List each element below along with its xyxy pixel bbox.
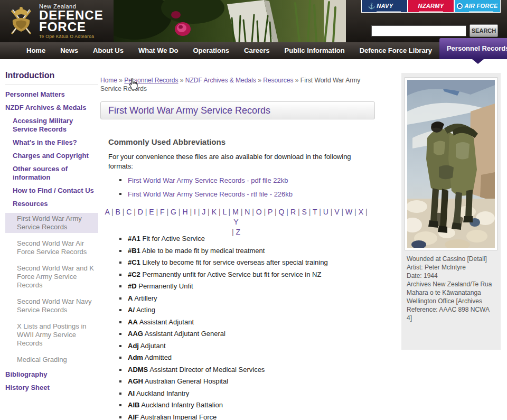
nav-item-about-us[interactable]: About Us (86, 42, 131, 59)
sidebar-title: Introduction (5, 71, 98, 85)
sidebar-item-second-world-war-navy-service-records[interactable]: Second World War Navy Service Records (5, 296, 98, 316)
sidebar-item-first-world-war-army-service-records[interactable]: First World War Army Service Records (5, 213, 98, 233)
sidebar-item-charges-and-copyright[interactable]: Charges and Copyright (5, 152, 98, 160)
sidebar-item-history-sheet[interactable]: History Sheet (5, 384, 98, 392)
az-separator: | (109, 208, 115, 216)
sidebar-item-medical-grading[interactable]: Medical Grading (5, 354, 98, 366)
az-letter-g[interactable]: G (171, 208, 176, 216)
caption-line: Reference: AAAC 898 NCWA 4] (407, 305, 495, 322)
abbreviations-list: #A1 Fit for Active Service#B1 Able to be… (119, 233, 328, 420)
download-link-file-226kb[interactable]: First World War Army Service Records - r… (128, 190, 293, 198)
az-letter-v[interactable]: V (334, 208, 339, 216)
search-button[interactable]: SEARCH (470, 24, 498, 37)
az-separator: | (176, 208, 182, 216)
az-separator: | (340, 208, 345, 216)
intro-paragraph: For your convenience these files are als… (108, 152, 356, 171)
az-letter-c[interactable]: C (126, 208, 132, 216)
abbreviation-b1: #B1 Able to be made fit by medical treat… (119, 245, 328, 257)
caption-line: Artist: Peter McIntyre (407, 263, 495, 272)
breadcrumb: Home » Personnel Records » NZDF Archives… (100, 76, 364, 93)
sidebar-item-resources[interactable]: Resources (5, 200, 98, 208)
main-nav: HomeNewsAbout UsWhat We DoOperationsCare… (0, 42, 507, 59)
az-letter-b[interactable]: B (115, 208, 120, 216)
abbreviation-ai: AI Auckland Infantry (119, 388, 328, 400)
download-link-df-file-22kb[interactable]: First World War Army Service Records - p… (128, 176, 288, 184)
sidebar-item-nzdf-archives-medals[interactable]: NZDF Archives & Medals (5, 104, 98, 112)
az-separator: | (250, 208, 256, 216)
az-letter-a[interactable]: A (105, 208, 109, 216)
nav-item-what-we-do[interactable]: What We Do (131, 42, 186, 59)
az-separator: | (317, 208, 323, 216)
az-letter-n[interactable]: N (245, 208, 250, 216)
az-letter-o[interactable]: O (256, 208, 262, 216)
nav-item-operations[interactable]: Operations (185, 42, 237, 59)
nav-item-public-information[interactable]: Public Information (277, 42, 352, 59)
sidebar-item-accessing-military-service-records[interactable]: Accessing Military Service Records (5, 117, 98, 134)
badge-air-force[interactable]: AIR FORCE (454, 0, 501, 13)
download-item: First World War Army Service Records - r… (119, 190, 293, 198)
nav-item-personnel-records[interactable]: Personnel Records (439, 38, 507, 59)
az-letter-r[interactable]: R (290, 208, 296, 216)
logo-line2: FORCE (39, 21, 104, 33)
az-separator: | (273, 208, 278, 216)
page-title: First World War Army Service Records (100, 101, 375, 119)
az-letter-l[interactable]: L (222, 208, 226, 216)
az-separator: | (205, 208, 211, 216)
sidebar-item-bibliography[interactable]: Bibliography (5, 370, 98, 379)
header-banner-photo (114, 0, 346, 42)
badge-navy[interactable]: ⚓NAVY (361, 0, 408, 13)
painting-frame (405, 77, 497, 250)
breadcrumb-home[interactable]: Home (100, 77, 117, 84)
az-letter-y[interactable]: Y (233, 218, 238, 226)
az-separator: | (262, 208, 268, 216)
nzdf-logo[interactable]: New Zealand DEFENCE FORCE Te Ope Kātua O… (7, 2, 113, 40)
nav-item-news[interactable]: News (53, 42, 86, 59)
az-separator: | (296, 208, 302, 216)
az-letter-s[interactable]: S (302, 208, 306, 216)
sidebar-item-personnel-matters[interactable]: Personnel Matters (5, 90, 98, 99)
sidebar-item-how-to-find-contact-us[interactable]: How to Find / Contact Us (5, 186, 98, 195)
az-separator: | (352, 208, 358, 216)
az-letter-h[interactable]: H (182, 208, 187, 216)
breadcrumb-resources[interactable]: Resources (263, 77, 293, 84)
nav-item-defence-force-library[interactable]: Defence Force Library (352, 42, 439, 59)
abbreviation-aif: AIF Australian Imperial Force (119, 412, 328, 420)
breadcrumb-nzdf-archives-medals[interactable]: NZDF Archives & Medals (185, 77, 256, 84)
search-input[interactable] (371, 25, 466, 36)
download-links-list: First World War Army Service Records - p… (119, 176, 293, 204)
painting-caption: Wounded at Cassino [Detail]Artist: Peter… (401, 250, 501, 322)
badge-nzarmy[interactable]: NZARMY (408, 0, 454, 13)
az-letter-x[interactable]: X (359, 208, 363, 216)
caption-line: Wellington Office [Archives (407, 297, 495, 305)
az-letter-f[interactable]: F (160, 208, 165, 216)
caption-line: Mahara o te Kāwanatanga (407, 288, 495, 297)
az-letter-u[interactable]: U (323, 208, 328, 216)
nzdf-crest-icon (7, 4, 35, 38)
az-separator: | (143, 208, 149, 216)
sidebar-item-x-lists-and-postings-in-wwii-army-service-records[interactable]: X Lists and Postings in WWII Army Servic… (5, 321, 98, 349)
az-letter-m[interactable]: M (232, 208, 239, 216)
breadcrumb-separator: » (294, 77, 301, 84)
sidebar-item-what-s-in-the-files[interactable]: What’s in the Files? (5, 138, 98, 147)
abbreviation-c1: #C1 Likely to become fit for service ove… (119, 257, 328, 269)
az-separator: | (239, 208, 245, 216)
az-letter-q[interactable]: Q (279, 208, 285, 216)
sidebar-item-other-sources-of-information[interactable]: Other sources of information (5, 165, 98, 182)
logo-tagline: Te Ope Kātua O Aotearoa (39, 34, 104, 39)
sidebar-item-second-world-war-and-k-force-army-service-records[interactable]: Second World War and K Force Army Servic… (5, 263, 98, 291)
az-letter-d[interactable]: D (138, 208, 143, 216)
az-letter-k[interactable]: K (212, 208, 217, 216)
abbreviation-aag: AAG Assistant Adjutant General (119, 328, 328, 340)
az-letter-w[interactable]: W (345, 208, 352, 216)
breadcrumb-separator: » (256, 77, 263, 84)
right-rail: Wounded at Cassino [Detail]Artist: Peter… (401, 73, 501, 350)
nav-item-careers[interactable]: Careers (237, 42, 277, 59)
az-separator: | (328, 208, 334, 216)
sidebar-item-second-world-war-air-force-service-records[interactable]: Second World War Air Force Service Recor… (5, 238, 98, 258)
breadcrumb-personnel-records[interactable]: Personnel Records (124, 77, 178, 84)
az-letter-e[interactable]: E (149, 208, 154, 216)
nav-item-home[interactable]: Home (19, 42, 53, 59)
az-letter-p[interactable]: P (268, 208, 273, 216)
anchor-icon: ⚓ (368, 3, 375, 10)
breadcrumb-separator: » (178, 77, 185, 84)
